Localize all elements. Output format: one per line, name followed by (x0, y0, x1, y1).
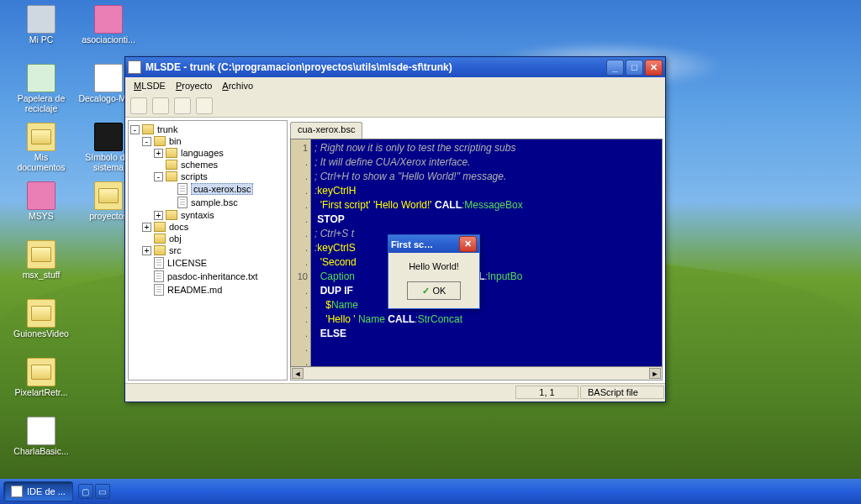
taskbar-item[interactable]: IDE de ... (3, 481, 73, 501)
dialog-titlebar[interactable]: First sc… ✕ (388, 235, 479, 253)
tree-node[interactable]: cua-xerox.bsc (130, 182, 285, 196)
scroll-right-button[interactable]: ► (649, 368, 661, 379)
folder-icon (154, 136, 166, 146)
desktop-icon[interactable]: Papelera de reciclaje (10, 64, 72, 123)
expand-toggle (142, 259, 151, 268)
tree-node-label: schemes (181, 160, 218, 170)
dialog-title: First sc… (391, 239, 433, 249)
expand-toggle[interactable]: + (142, 246, 151, 255)
toolbar-new-button[interactable] (130, 97, 147, 114)
tree-node[interactable]: +syntaxis (130, 209, 285, 221)
horizontal-scrollbar[interactable]: ◄ ► (290, 367, 663, 381)
term-icon (94, 123, 123, 151)
minimize-button[interactable]: _ (606, 60, 624, 76)
expand-toggle (142, 234, 151, 244)
taskbar-item-label: IDE de ... (27, 486, 66, 496)
desktop-icon[interactable]: GuionesVideo (10, 299, 72, 358)
expand-toggle[interactable]: - (154, 172, 163, 181)
messagebox-dialog: First sc… ✕ Hello World! ✓ OK (388, 234, 480, 309)
dialog-close-button[interactable]: ✕ (459, 236, 477, 252)
expand-toggle (166, 198, 175, 207)
bin-icon (27, 64, 55, 92)
cascade-windows-button[interactable]: ▭ (95, 484, 110, 499)
folder-icon (27, 123, 55, 151)
tree-node[interactable]: sample.bsc (130, 196, 285, 209)
tree-node[interactable]: +docs (130, 221, 285, 233)
doc-icon (27, 417, 55, 445)
maximize-button[interactable]: □ (626, 60, 643, 76)
dialog-message: Hello World! (409, 261, 459, 271)
tree-node-label: bin (169, 136, 182, 146)
tree-node[interactable]: +languages (130, 147, 285, 159)
expand-toggle[interactable]: - (142, 137, 151, 146)
toolbar (125, 94, 665, 118)
folder-icon (166, 148, 177, 158)
tree-node[interactable]: schemes (130, 159, 285, 171)
taskbar-item-icon (11, 486, 23, 497)
tree-node-label: syntaxis (181, 210, 214, 220)
ok-label: OK (433, 286, 446, 296)
tree-node[interactable]: obj (130, 233, 285, 244)
file-icon (154, 257, 164, 269)
folder-icon (27, 358, 55, 386)
folder-icon (166, 210, 177, 220)
desktop-icon[interactable]: CharlaBasic... (10, 417, 72, 475)
tree-node[interactable]: -bin (130, 135, 285, 147)
desktop-icon[interactable]: MSYS (10, 181, 72, 240)
menu-archivo[interactable]: Archivo (217, 79, 258, 92)
menu-proyecto[interactable]: Proyecto (171, 79, 217, 92)
project-tree[interactable]: -trunk-bin+languagesschemes-scriptscua-x… (128, 120, 288, 381)
desktop-icon-label: Mi PC (29, 35, 54, 45)
expand-toggle (154, 160, 163, 170)
tree-node-label: pasdoc-inheritance.txt (167, 271, 258, 281)
tree-node[interactable]: README.md (130, 283, 285, 297)
tree-node-label: docs (169, 222, 188, 232)
toolbar-save-button[interactable] (152, 97, 169, 114)
status-cursor-pos: 1, 1 (515, 386, 578, 399)
window-titlebar[interactable]: MLSDE - trunk (C:\programacion\proyectos… (125, 57, 665, 77)
tree-node[interactable]: -trunk (130, 123, 285, 135)
file-icon (177, 183, 188, 195)
folder-icon (27, 299, 55, 328)
expand-toggle[interactable]: + (154, 211, 163, 220)
desktop-icon[interactable]: asociacionti... (77, 5, 140, 64)
expand-toggle[interactable]: - (130, 125, 140, 134)
desktop-icon[interactable]: Mi PC (10, 5, 72, 64)
expand-toggle (166, 185, 175, 194)
file-icon (154, 270, 164, 282)
expand-toggle[interactable]: + (154, 149, 163, 158)
desktop-icon[interactable]: Mis documentos (10, 123, 72, 181)
link-icon (94, 5, 123, 34)
tree-node-label: sample.bsc (191, 197, 238, 207)
desktop-icon-label: Papelera de reciclaje (11, 94, 71, 113)
show-desktop-button[interactable]: ▢ (78, 484, 93, 499)
editor-tabstrip: cua-xerox.bsc (290, 120, 663, 139)
toolbar-run-button[interactable] (196, 97, 213, 114)
menu-mlsde[interactable]: MLSDE (129, 79, 171, 92)
tree-node-label: LICENSE (167, 258, 207, 268)
toolbar-copy-button[interactable] (174, 97, 191, 114)
desktop-icon-label: MSYS (29, 212, 54, 222)
desktop-icon[interactable]: PixelartRetr... (10, 358, 72, 417)
tree-node[interactable]: -scripts (130, 171, 285, 182)
tree-node[interactable]: +src (130, 244, 285, 256)
code-area[interactable]: ; Right now it is only to test the scrip… (311, 139, 662, 366)
tree-node[interactable]: pasdoc-inheritance.txt (130, 270, 285, 283)
folder-icon (94, 181, 123, 210)
desktop-icon[interactable]: msx_stuff (10, 240, 72, 299)
desktop-icon-label: Mis documentos (11, 153, 71, 172)
folder-icon (166, 160, 177, 170)
expand-toggle[interactable]: + (142, 223, 151, 232)
pc-icon (27, 5, 55, 34)
expand-toggle (142, 272, 151, 281)
editor-tab[interactable]: cua-xerox.bsc (290, 122, 362, 139)
dialog-ok-button[interactable]: ✓ OK (407, 281, 461, 300)
tree-node-label: obj (169, 234, 182, 244)
folder-icon (154, 234, 166, 244)
tree-node-label: languages (181, 148, 224, 158)
desktop-icon-label: CharlaBasic... (13, 447, 68, 457)
scroll-left-button[interactable]: ◄ (292, 368, 304, 379)
close-button[interactable]: ✕ (645, 60, 663, 76)
tree-node-label: README.md (167, 285, 222, 295)
tree-node[interactable]: LICENSE (130, 256, 285, 270)
